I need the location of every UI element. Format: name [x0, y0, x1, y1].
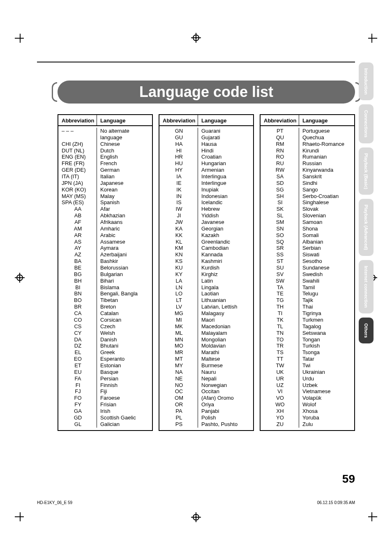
language-cell: Vietnamese	[299, 388, 354, 395]
language-cell: Marathi	[198, 349, 253, 356]
table-row: FRE (FR)French	[58, 160, 152, 167]
abbrev-cell: TR	[261, 343, 299, 349]
abbrev-cell: AM	[58, 226, 97, 232]
table-row: MTMaltese	[159, 356, 253, 362]
language-cell: Hebrew	[198, 206, 253, 212]
language-cell: Greek	[97, 349, 152, 356]
table-row: SSSiswati	[261, 251, 354, 258]
table-row: KSKashmiri	[159, 258, 253, 265]
table-row: PLPolish	[159, 415, 253, 421]
language-cell: Burmese	[198, 362, 253, 369]
language-cell: Maori	[198, 317, 253, 323]
abbrev-cell: SU	[261, 265, 299, 271]
language-cell: Siswati	[299, 251, 354, 258]
abbrev-cell: RW	[261, 167, 299, 173]
abbrev-cell: MY	[159, 362, 198, 369]
abbrev-cell: TL	[261, 323, 299, 330]
language-cell: Italian	[97, 173, 152, 180]
abbrev-cell: HR	[159, 154, 198, 160]
abbrev-cell: QU	[261, 134, 299, 141]
language-cell: Malay	[97, 193, 152, 200]
abbrev-cell: IS	[159, 199, 198, 206]
abbrev-cell: RU	[261, 160, 299, 167]
table-row: LTLithuanian	[159, 297, 253, 304]
language-cell: Tigrinya	[299, 310, 354, 317]
language-cell: Tatar	[299, 356, 354, 362]
side-tab[interactable]: Others	[359, 318, 374, 343]
table-row: BRBreton	[58, 304, 152, 310]
abbrev-cell: ML	[159, 330, 198, 336]
table-row: FJFiji	[58, 388, 152, 395]
table-row: BABashkir	[58, 258, 152, 265]
abbrev-cell: AR	[58, 232, 97, 239]
crop-mark	[371, 512, 372, 521]
abbrev-cell: TA	[261, 284, 299, 291]
abbrev-cell: CS	[58, 323, 97, 330]
table-row: IEInterlingue	[159, 180, 253, 187]
table-row: SLSlovenian	[261, 212, 354, 219]
abbrev-cell: GL	[58, 421, 97, 428]
language-cell: Bengali, Bangla	[97, 290, 152, 297]
language-cell: Basque	[97, 369, 152, 375]
table-row: SHSerbo-Croatian	[261, 193, 354, 200]
header-language: Language	[97, 115, 152, 125]
abbrev-cell: BG	[58, 271, 97, 278]
abbrev-cell: GN	[159, 128, 198, 134]
abbrev-cell: CHI (ZH)	[58, 141, 97, 147]
abbrev-cell: SPA (ES)	[58, 199, 97, 206]
abbrev-cell: TT	[261, 356, 299, 362]
language-cell: Serbo-Croatian	[299, 193, 354, 200]
language-cell: Panjabi	[198, 408, 253, 415]
abbrev-cell: TN	[261, 330, 299, 336]
language-cell: Uzbek	[299, 382, 354, 389]
language-cell: Persian	[97, 375, 152, 382]
side-tab[interactable]: Playback (Basic)	[359, 147, 374, 195]
table-row: SVSwedish	[261, 271, 354, 278]
table-row: UZUzbek	[261, 382, 354, 389]
table-row: GDScottish Gaelic	[58, 415, 152, 421]
table-row: JIYiddish	[159, 212, 253, 219]
language-cell: Setswana	[299, 330, 354, 336]
table-row: STSesotho	[261, 258, 354, 265]
footer-right: 06.12.15 0:09:35 AM	[317, 500, 355, 505]
side-tab[interactable]: Introduction	[359, 62, 374, 100]
table-row: OM(Afan) Oromo	[159, 395, 253, 401]
side-tab[interactable]: Playback (Advanced)	[359, 199, 374, 256]
crop-mark	[368, 516, 377, 517]
abbrev-cell: KU	[159, 265, 198, 271]
table-row: GER (DE)German	[58, 167, 152, 173]
table-row: DZBhutani	[58, 343, 152, 349]
abbrev-cell: GU	[159, 134, 198, 141]
table-row: AZAzerbaijani	[58, 251, 152, 258]
abbrev-cell: BH	[58, 278, 97, 284]
language-cell: Macedonian	[198, 323, 253, 330]
language-cell: Occitan	[198, 388, 253, 395]
language-cell: Shona	[299, 226, 354, 232]
table-row: DADanish	[58, 336, 152, 343]
language-cell: Urdu	[299, 375, 354, 382]
language-cell: Javanese	[198, 219, 253, 226]
abbrev-cell: TO	[261, 336, 299, 343]
side-tab[interactable]: Connections	[359, 104, 374, 143]
language-cell: Dutch	[97, 147, 152, 154]
language-cell: Kazakh	[198, 232, 253, 239]
table-row: RNKirundi	[261, 147, 354, 154]
abbrev-cell: GER (DE)	[58, 167, 97, 173]
language-cell: Lingala	[198, 284, 253, 291]
table-row: KKKazakh	[159, 232, 253, 239]
language-cell: Tsonga	[299, 349, 354, 356]
abbrev-cell: KS	[159, 258, 198, 265]
abbrev-cell: NE	[159, 375, 198, 382]
abbrev-cell: TS	[261, 349, 299, 356]
table-row: TLTagalog	[261, 323, 354, 330]
language-cell: Kurdish	[198, 265, 253, 271]
table-row: HRCroatian	[159, 154, 253, 160]
table-row: UKUkrainian	[261, 369, 354, 375]
abbrev-cell: ITA (IT)	[58, 173, 97, 180]
language-cell: Mongolian	[198, 336, 253, 343]
language-cell: Interlingue	[198, 180, 253, 187]
table-row: KOR (KO)Korean	[58, 187, 152, 193]
crop-mark	[20, 512, 21, 521]
side-tab[interactable]: Internet connection	[359, 260, 374, 313]
language-cell: Lithuanian	[198, 297, 253, 304]
